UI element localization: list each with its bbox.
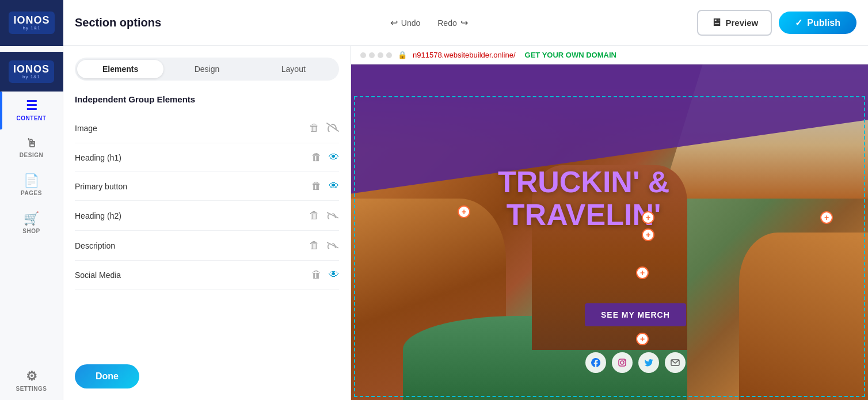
heading-line2: TRAVELIN' [507,198,661,231]
browser-dot-2 [369,52,375,58]
delete-icon-social[interactable]: 🗑 [311,269,322,281]
topbar-right: 🖥 Preview ✓ Publish [697,10,857,36]
topbar: IONOS by 1&1 Section options ↩ Undo Redo… [0,0,868,46]
topbar-center: ↩ Undo Redo ↪ [161,17,697,28]
plus-handle-social-bottom[interactable]: + [636,333,649,345]
publish-button[interactable]: ✓ Publish [779,12,856,34]
delete-icon-h2[interactable]: 🗑 [309,209,319,222]
tab-bar: Elements Design Layout [75,58,339,81]
visibility-icon-h1[interactable]: 👁 [329,151,339,163]
publish-label: Publish [807,18,840,28]
visibility-icon-primary-btn[interactable]: 👁 [329,180,339,192]
delete-icon-image[interactable]: 🗑 [309,122,319,134]
main-layout: IONOS by 1&1 ☰ CONTENT 🖱 DESIGN 📄 PAGES … [0,46,868,400]
visibility-icon-description[interactable] [326,239,339,252]
done-button[interactable]: Done [75,364,139,388]
element-row-social-media: Social Media 🗑 👁 [75,261,339,289]
sidebar-item-settings[interactable]: ⚙ SETTINGS [0,362,63,400]
plus-handle-center-top[interactable]: + [642,211,654,224]
tab-elements[interactable]: Elements [77,60,163,78]
plus-handle-top-right[interactable]: + [820,211,833,224]
sidebar-item-pages[interactable]: 📄 PAGES [0,166,63,204]
browser-dots [360,52,392,58]
sidebar-content-label: CONTENT [17,115,47,121]
preview-button[interactable]: 🖥 Preview [697,10,772,36]
visibility-icon-image[interactable] [326,121,339,135]
ionos-text: IONOS [13,15,50,25]
delete-icon-primary-btn[interactable]: 🗑 [311,180,322,192]
element-name-heading-h2: Heading (h2) [75,211,309,220]
element-actions-primary-btn: 🗑 👁 [311,180,339,192]
svg-rect-0 [619,359,626,366]
twitter-icon[interactable] [638,352,659,373]
element-actions-h1: 🗑 👁 [311,151,339,163]
delete-icon-description[interactable]: 🗑 [309,239,319,252]
tab-layout[interactable]: Layout [250,60,337,78]
visibility-icon-h2[interactable] [326,209,339,222]
shop-icon: 🛒 [24,212,39,225]
email-icon[interactable] [665,352,686,373]
element-name-description: Description [75,241,309,250]
facebook-icon[interactable] [585,352,606,373]
element-row-image: Image 🗑 [75,113,339,143]
plus-handle-top-left[interactable]: + [458,205,470,218]
sidebar-item-shop[interactable]: 🛒 SHOP [0,204,63,242]
browser-dot-4 [386,52,392,58]
element-actions-image: 🗑 [309,121,339,135]
panel: Elements Design Layout Independent Group… [63,46,351,400]
browser-dot-3 [378,52,383,58]
heading-line1: TRUCKIN' & [498,165,669,199]
browser-dot-1 [360,52,366,58]
redo-button[interactable]: Redo ↪ [437,17,467,28]
monitor-icon: 🖥 [711,17,721,29]
delete-icon-h1[interactable]: 🗑 [311,151,322,163]
settings-icon: ⚙ [26,370,37,383]
sidebar: IONOS by 1&1 ☰ CONTENT 🖱 DESIGN 📄 PAGES … [0,46,63,400]
plus-handle-center-mid[interactable]: + [642,228,654,241]
preview-label: Preview [726,18,759,28]
sidebar-design-label: DESIGN [20,152,43,158]
element-actions-description: 🗑 [309,239,339,252]
redo-arrow-icon: ↪ [460,17,468,28]
merch-button[interactable]: SEE MY MERCH [585,303,686,326]
visibility-icon-social[interactable]: 👁 [329,269,339,281]
check-icon: ✓ [795,17,802,28]
logo-area: IONOS by 1&1 [0,0,63,46]
url-text: n911578.websitebuilder.online/ [413,51,516,59]
element-list: Image 🗑 Heading (h1) 🗑 [75,113,339,353]
lock-icon: 🔒 [398,51,407,59]
sidebar-pages-label: PAGES [21,190,42,196]
pages-icon: 📄 [24,174,39,187]
element-name-image: Image [75,124,309,133]
undo-arrow-icon: ↩ [390,17,398,28]
ionos-sub: by 1&1 [23,25,41,31]
redo-label: Redo [437,18,456,28]
preview-area: 🔒 n911578.websitebuilder.online/ GET YOU… [351,46,868,400]
section-options-title: Section options [75,16,161,29]
element-row-primary-button: Primary button 🗑 👁 [75,172,339,201]
sidebar-ionos-badge: IONOS by 1&1 [9,60,54,83]
instagram-icon[interactable] [612,352,633,373]
svg-point-2 [624,360,625,361]
plus-handle-bottom-center[interactable]: + [636,266,649,279]
domain-cta: GET YOUR OWN DOMAIN [525,51,616,59]
browser-bar: 🔒 n911578.websitebuilder.online/ GET YOU… [351,46,868,64]
sidebar-logo: IONOS by 1&1 [0,52,63,92]
sidebar-settings-label: SETTINGS [16,386,47,392]
canvas[interactable]: + + + + + + TRUCKIN' & TRAVELIN' SEE MY … [351,64,868,400]
tab-design[interactable]: Design [163,60,250,78]
sidebar-shop-label: SHOP [22,228,40,234]
sidebar-ionos-sub: by 1&1 [22,74,40,79]
sidebar-item-design[interactable]: 🖱 DESIGN [0,129,63,166]
undo-button[interactable]: ↩ Undo [390,17,420,28]
undo-label: Undo [401,18,420,28]
element-row-heading-h1: Heading (h1) 🗑 👁 [75,143,339,172]
element-name-heading-h1: Heading (h1) [75,153,311,162]
social-icons [585,352,686,373]
element-name-social-media: Social Media [75,271,311,280]
element-row-description: Description 🗑 [75,231,339,261]
design-icon: 🖱 [26,138,37,149]
svg-point-1 [620,361,624,364]
sidebar-item-content[interactable]: ☰ CONTENT [0,92,63,129]
canyon-rocks-right [739,233,869,401]
